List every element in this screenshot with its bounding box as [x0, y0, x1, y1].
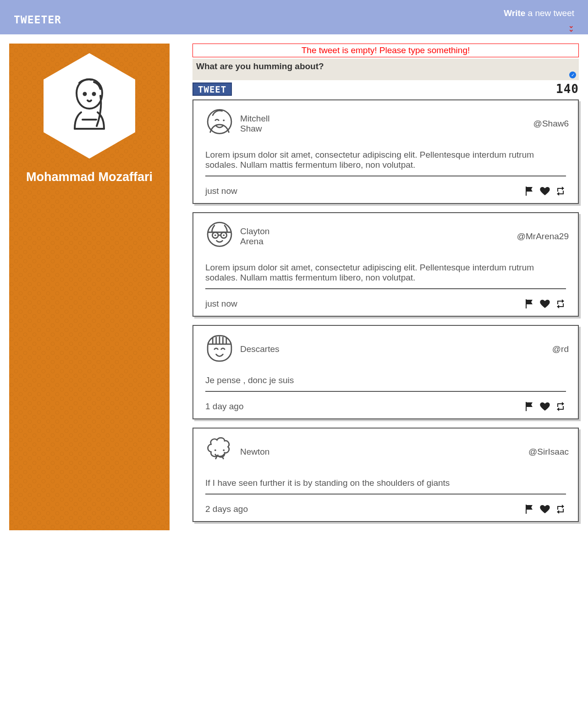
write-tweet-toggle[interactable]: Write a new tweet ⌄⌄: [504, 8, 574, 31]
tweet-handle: @SirIsaac: [528, 447, 569, 457]
flag-icon[interactable]: [524, 504, 535, 515]
tweet-card: Mitchell Shaw @Shaw6 Lorem ipsum dolor s…: [192, 99, 579, 204]
flag-icon[interactable]: [524, 401, 535, 412]
compose-area: ✓: [192, 59, 579, 80]
tweet-first-name: Descartes: [240, 344, 280, 354]
heart-icon[interactable]: [539, 186, 550, 197]
tweet-last-name: Shaw: [240, 124, 269, 134]
tweet-first-name: Mitchell: [240, 114, 269, 124]
avatar-icon: [203, 107, 236, 141]
logo: tweeter: [14, 14, 61, 26]
profile-name: Mohammad Mozaffari: [9, 170, 170, 184]
tweet-handle: @rd: [552, 344, 569, 354]
profile-avatar-icon: [62, 74, 117, 138]
tweet-body: If I have seen further it is by standing…: [205, 478, 566, 495]
tweet-card: Newton @SirIsaac If I have seen further …: [192, 428, 579, 522]
avatar-icon: [203, 332, 236, 366]
tweet-header: Newton @SirIsaac: [203, 435, 569, 469]
tweet-body: Je pense , donc je suis: [205, 375, 566, 392]
heart-icon[interactable]: [539, 504, 550, 515]
tweet-first-name: Newton: [240, 447, 269, 457]
heart-icon[interactable]: [539, 401, 550, 412]
retweet-icon[interactable]: [555, 186, 566, 197]
retweet-icon[interactable]: [555, 504, 566, 515]
flag-icon[interactable]: [524, 186, 535, 197]
tweet-handle: @Shaw6: [533, 119, 569, 129]
heart-icon[interactable]: [539, 298, 550, 309]
compose-textarea[interactable]: [192, 59, 579, 78]
profile-card: Mohammad Mozaffari: [9, 44, 170, 530]
avatar-icon: [203, 220, 236, 253]
tweet-button[interactable]: TWEET: [192, 82, 232, 96]
tweet-header: Descartes @rd: [203, 332, 569, 366]
tweet-first-name: Clayton: [240, 226, 269, 236]
tweet-header: Mitchell Shaw @Shaw6: [203, 107, 569, 141]
char-counter: 140: [556, 82, 579, 96]
avatar-icon: [203, 435, 236, 469]
tweet-handle: @MrArena29: [517, 231, 569, 242]
flag-icon[interactable]: [524, 298, 535, 309]
tweet-time: just now: [205, 186, 237, 196]
tweet-body: Lorem ipsum dolor sit amet, consectetur …: [205, 150, 566, 176]
profile-avatar-hex: [44, 53, 135, 159]
tweet-time: just now: [205, 299, 237, 309]
navbar: tweeter Write a new tweet ⌄⌄: [0, 0, 588, 34]
tweet-card: Clayton Arena @MrArena29 Lorem ipsum dol…: [192, 212, 579, 317]
tweet-body: Lorem ipsum dolor sit amet, consectetur …: [205, 263, 566, 289]
retweet-icon[interactable]: [555, 298, 566, 309]
tweet-header: Clayton Arena @MrArena29: [203, 220, 569, 253]
error-banner: The tweet is empty! Please type somethin…: [192, 44, 579, 57]
tweet-card: Descartes @rd Je pense , donc je suis 1 …: [192, 325, 579, 419]
write-bold: Write: [504, 8, 525, 18]
tweet-last-name: Arena: [240, 236, 269, 247]
tweet-time: 1 day ago: [205, 401, 243, 412]
retweet-icon[interactable]: [555, 401, 566, 412]
chevron-double-down-icon: ⌄⌄: [568, 24, 574, 31]
tweet-time: 2 days ago: [205, 504, 248, 514]
check-icon: ✓: [569, 71, 576, 78]
write-rest: a new tweet: [525, 8, 574, 18]
